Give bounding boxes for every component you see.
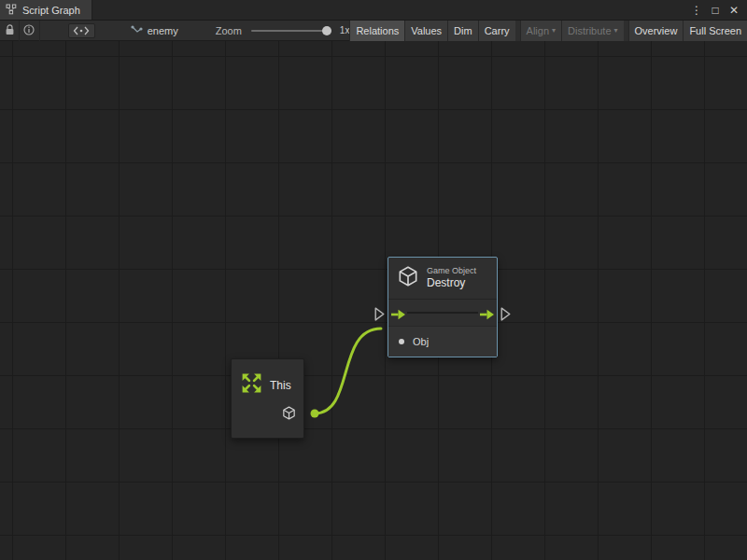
node-title: Destroy (427, 276, 476, 290)
values-label: Values (411, 25, 442, 36)
destroy-node-header: Game Object Destroy (388, 258, 497, 300)
dim-button[interactable]: Dim (447, 21, 478, 41)
game-object-cube-icon (396, 264, 420, 292)
lock-button[interactable] (0, 21, 20, 41)
destroy-node[interactable]: Game Object Destroy (388, 257, 498, 357)
zoom-slider-knob[interactable] (322, 26, 331, 35)
this-to-destroy-wire[interactable] (315, 329, 381, 413)
node-title: This (270, 379, 291, 392)
this-node[interactable]: This (231, 358, 304, 439)
script-graph-window: Script Graph ⋮ □ ✕ (0, 0, 747, 560)
destroy-node-titles: Game Object Destroy (427, 266, 476, 290)
relations-label: Relations (356, 25, 399, 36)
obj-port-label: Obj (413, 336, 429, 347)
chevron-down-icon: ▾ (552, 26, 556, 35)
lock-icon (5, 22, 15, 39)
toolbar-buttons: Relations Values Dim Carry Align ▾ Distr… (349, 21, 747, 41)
flow-out-arrow-icon[interactable] (480, 307, 494, 324)
flow-ports-row (388, 300, 497, 326)
dim-label: Dim (454, 25, 472, 36)
control-output-port-icon[interactable] (500, 307, 511, 325)
fullscreen-label: Full Screen (689, 25, 741, 36)
obj-port-dot[interactable] (399, 339, 404, 344)
node-category: Game Object (427, 266, 476, 276)
game-object-port-icon[interactable] (281, 405, 297, 425)
chevron-down-icon: ▾ (614, 26, 618, 35)
close-icon[interactable]: ✕ (726, 1, 741, 20)
distribute-label: Distribute (568, 25, 611, 36)
overview-label: Overview (635, 25, 678, 36)
graph-inspector-toggle[interactable] (68, 23, 95, 38)
this-node-header: This (232, 359, 303, 399)
graph-name-label: enemy (148, 25, 178, 36)
relation-line (407, 312, 478, 314)
align-label: Align (527, 25, 549, 36)
values-button[interactable]: Values (404, 21, 447, 41)
zoom-value: 1x (340, 25, 350, 35)
tab-title: Script Graph (22, 5, 80, 16)
graph-asset-icon (131, 22, 143, 39)
graph-toolbar: enemy Zoom 1x Relations Values Dim Carry (0, 21, 747, 41)
window-controls: ⋮ □ ✕ (689, 0, 747, 20)
align-button[interactable]: Align ▾ (520, 21, 561, 41)
menu-icon[interactable]: ⋮ (689, 1, 704, 20)
info-button[interactable] (20, 21, 39, 41)
maximize-icon[interactable]: □ (708, 1, 723, 20)
connection-layer (0, 41, 747, 560)
fullscreen-button[interactable]: Full Screen (683, 21, 747, 41)
control-input-port-icon[interactable] (374, 307, 385, 325)
flow-in-arrow-icon[interactable] (391, 307, 405, 324)
graph-canvas[interactable]: Game Object Destroy (0, 41, 747, 560)
relations-button[interactable]: Relations (349, 21, 404, 41)
info-icon (23, 22, 35, 39)
distribute-button[interactable]: Distribute ▾ (561, 21, 623, 41)
zoom-label: Zoom (216, 25, 242, 36)
this-output-port[interactable] (311, 410, 319, 418)
graph-reference[interactable]: enemy (131, 22, 178, 39)
carry-button[interactable]: Carry (478, 21, 515, 41)
this-icon (240, 371, 263, 399)
zoom-control: Zoom 1x (216, 25, 350, 36)
tab-script-graph[interactable]: Script Graph (0, 0, 92, 20)
zoom-slider[interactable] (251, 30, 331, 32)
overview-button[interactable]: Overview (628, 21, 684, 41)
angle-brackets-icon (73, 22, 90, 39)
carry-label: Carry (485, 25, 510, 36)
obj-input-row: Obj (388, 326, 497, 357)
graph-tab-icon (6, 2, 17, 19)
title-bar: Script Graph ⋮ □ ✕ (0, 0, 747, 21)
